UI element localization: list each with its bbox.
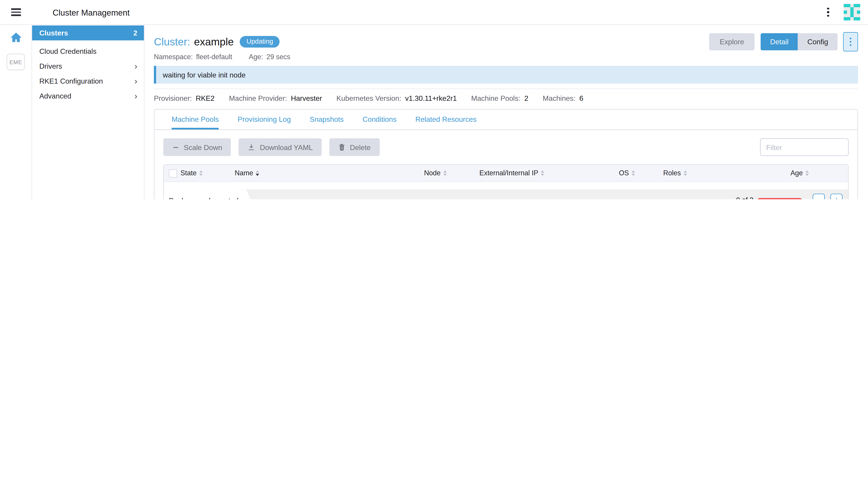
- divider: [154, 89, 858, 89]
- pool-group-row-example-control: Pool: example-control 0 of 3 − +: [164, 189, 848, 199]
- column-header-name[interactable]: Name: [235, 169, 424, 177]
- sort-icon: [684, 170, 687, 176]
- info-machine-provider: Machine Provider:Harvester: [229, 94, 322, 102]
- sort-icon: [541, 170, 544, 176]
- sidebar-item-cloud-credentials[interactable]: Cloud Credentials: [32, 43, 144, 59]
- namespace-label: Namespace:: [154, 53, 193, 61]
- tab-provisioning-log[interactable]: Provisioning Log: [238, 109, 291, 129]
- tab-snapshots[interactable]: Snapshots: [310, 109, 344, 129]
- info-kubernetes-version: Kubernetes Version:v1.30.11+rke2r1: [336, 94, 457, 102]
- pool-label: Pool: example-control: [164, 189, 255, 199]
- kebab-icon: [848, 36, 852, 47]
- scale-down-pool-button[interactable]: −: [813, 193, 825, 199]
- explore-button[interactable]: Explore: [709, 33, 754, 51]
- pool-scale-controls: 0 of 3 − +: [736, 193, 848, 199]
- detail-button[interactable]: Detail: [761, 33, 798, 51]
- delete-button[interactable]: Delete: [329, 138, 379, 156]
- machine-pools-table: State Name Node External/Internal IP OS …: [163, 164, 848, 199]
- header-kebab-menu-icon[interactable]: [826, 6, 831, 18]
- bulk-actions-row: Scale Down Download YAML Delete: [154, 130, 857, 164]
- cluster-subtitle: Namespace: fleet-default Age: 29 secs: [154, 53, 858, 61]
- namespace-value: fleet-default: [196, 53, 232, 61]
- table-header-row: State Name Node External/Internal IP OS …: [164, 165, 848, 182]
- scale-down-button[interactable]: Scale Down: [163, 138, 231, 156]
- trash-icon: [338, 143, 345, 151]
- download-yaml-button[interactable]: Download YAML: [239, 138, 321, 156]
- status-badge-updating: Updating: [240, 36, 280, 47]
- group-spacer: [164, 182, 848, 189]
- cluster-title-row: Cluster: example Updating Explore Detail…: [154, 32, 858, 52]
- sort-icon-active: [256, 170, 259, 176]
- sidebar-item-drivers[interactable]: Drivers ›: [32, 59, 144, 74]
- cluster-info-row: Provisioner:RKE2 Machine Provider:Harves…: [154, 94, 858, 102]
- column-header-node[interactable]: Node: [424, 169, 479, 177]
- pool-progress-bar: [757, 198, 802, 199]
- info-provisioner: Provisioner:RKE2: [154, 94, 215, 102]
- app-window: Cluster Management EME: [0, 0, 868, 199]
- top-action-buttons: Explore Detail Config: [709, 32, 858, 52]
- cluster-actions-kebab-button[interactable]: [843, 32, 858, 52]
- column-header-os[interactable]: OS: [619, 169, 663, 177]
- tab-bar: Machine Pools Provisioning Log Snapshots…: [154, 109, 857, 130]
- download-icon: [248, 143, 255, 151]
- tab-related-resources[interactable]: Related Resources: [415, 109, 476, 129]
- tab-conditions[interactable]: Conditions: [363, 109, 397, 129]
- cluster-heading: Cluster: example Updating: [154, 36, 280, 48]
- column-header-roles[interactable]: Roles: [663, 169, 790, 177]
- column-header-age[interactable]: Age: [790, 169, 832, 177]
- chevron-right-icon: ›: [134, 62, 137, 70]
- minus-icon: [172, 144, 180, 151]
- config-button[interactable]: Config: [798, 33, 837, 51]
- chevron-right-icon: ›: [134, 92, 137, 100]
- sort-icon: [631, 170, 635, 176]
- filter-input[interactable]: [760, 138, 848, 156]
- sidebar-item-rke1-configuration[interactable]: RKE1 Configuration ›: [32, 74, 144, 89]
- brand-logo: [844, 4, 860, 20]
- sort-icon: [443, 170, 447, 176]
- cluster-switcher-eme[interactable]: EME: [6, 54, 25, 70]
- pool-scale-text: 0 of 3: [736, 196, 753, 199]
- info-banner: waiting for viable init node: [154, 66, 858, 84]
- column-header-external-internal-ip[interactable]: External/Internal IP: [479, 169, 619, 177]
- sort-icon: [806, 170, 809, 176]
- column-header-state[interactable]: State: [180, 169, 235, 177]
- select-all-checkbox[interactable]: [169, 169, 177, 177]
- info-machines: Machines:6: [543, 94, 583, 102]
- age-label: Age:: [249, 53, 263, 61]
- detail-config-segmented: Detail Config: [761, 33, 837, 51]
- top-bar-right: [826, 4, 860, 20]
- sort-icon: [199, 170, 203, 176]
- menu-icon[interactable]: [11, 8, 21, 16]
- main-content: Cluster: example Updating Explore Detail…: [144, 24, 868, 199]
- clusters-count-badge: 2: [133, 29, 137, 37]
- left-icon-rail: EME: [0, 24, 32, 199]
- sidebar-nav: Clusters 2 Cloud Credentials Drivers › R…: [32, 24, 145, 199]
- sidebar-item-advanced[interactable]: Advanced ›: [32, 89, 144, 103]
- tab-panel: Machine Pools Provisioning Log Snapshots…: [154, 109, 858, 199]
- chevron-right-icon: ›: [134, 77, 137, 85]
- sidebar-item-clusters[interactable]: Clusters 2: [32, 26, 144, 40]
- top-bar: Cluster Management: [0, 0, 868, 25]
- resource-name: example: [194, 36, 234, 48]
- page-title: Cluster Management: [53, 7, 130, 17]
- tab-machine-pools[interactable]: Machine Pools: [172, 109, 219, 129]
- home-icon[interactable]: [10, 32, 22, 45]
- resource-type-label: Cluster:: [154, 36, 190, 48]
- scale-up-pool-button[interactable]: +: [830, 193, 842, 199]
- age-value: 29 secs: [267, 53, 290, 61]
- info-machine-pools: Machine Pools:2: [471, 94, 528, 102]
